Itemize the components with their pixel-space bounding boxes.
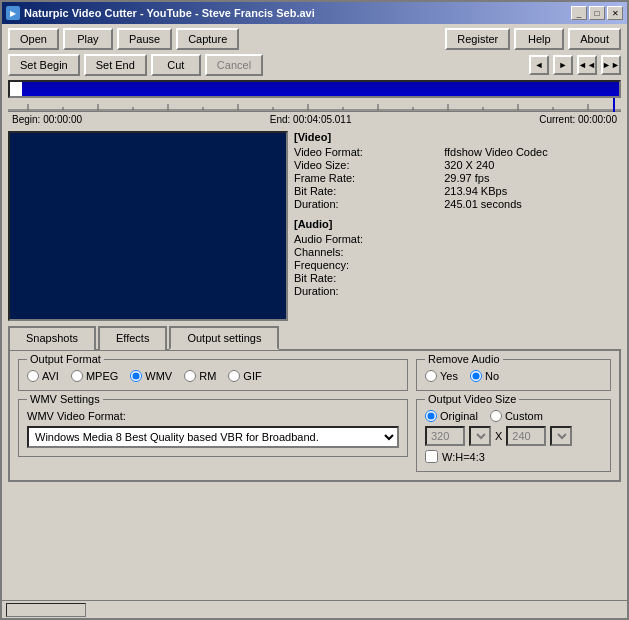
radio-remove-audio-yes[interactable]: Yes [425, 370, 458, 382]
radio-avi[interactable]: AVI [27, 370, 59, 382]
progress-thumb [10, 82, 22, 96]
title-bar: ▶ Naturpic Video Cutter - YouTube - Stev… [2, 2, 627, 24]
window-content: Open Play Pause Capture Register Help Ab… [2, 24, 627, 600]
tabs-row: Snapshots Effects Output settings [8, 325, 621, 351]
help-button[interactable]: Help [514, 28, 564, 50]
progress-area: Begin: 00:00:00 End: 00:04:05.011 Curren… [8, 80, 621, 127]
toolbar-row-2: Set Begin Set End Cut Cancel ◄ ► ◄◄ ►► [8, 54, 621, 76]
audio-bit-rate-label: Bit Rate: [294, 272, 488, 284]
tab-output-settings[interactable]: Output settings [169, 326, 279, 350]
video-size-value: 320 X 240 [444, 159, 621, 171]
prev-fast-button[interactable]: ◄◄ [577, 55, 597, 75]
register-button[interactable]: Register [445, 28, 510, 50]
radio-mpeg[interactable]: MPEG [71, 370, 118, 382]
set-begin-button[interactable]: Set Begin [8, 54, 80, 76]
tab-snapshots[interactable]: Snapshots [8, 326, 96, 350]
duration-value: 245.01 seconds [444, 198, 621, 210]
cancel-button[interactable]: Cancel [205, 54, 263, 76]
radio-original[interactable]: Original [425, 410, 478, 422]
end-time: End: 00:04:05.011 [270, 114, 352, 125]
height-dropdown: ▼ [550, 426, 572, 446]
play-button[interactable]: Play [63, 28, 113, 50]
bit-rate-value: 213.94 KBps [444, 185, 621, 197]
next-fast-button[interactable]: ►► [601, 55, 621, 75]
open-button[interactable]: Open [8, 28, 59, 50]
set-end-button[interactable]: Set End [84, 54, 147, 76]
maximize-button[interactable]: □ [589, 6, 605, 20]
size-inputs: ▼ X ▼ [425, 426, 602, 446]
remove-audio-title: Remove Audio [425, 353, 503, 365]
output-size-content: Original Custom ▼ [425, 410, 602, 463]
begin-time: Begin: 00:00:00 [12, 114, 82, 125]
channels-label: Channels: [294, 246, 488, 258]
progress-track[interactable] [8, 80, 621, 98]
tab-effects[interactable]: Effects [98, 326, 167, 350]
output-video-size-group: Output Video Size Original Custom [416, 399, 611, 472]
cut-button[interactable]: Cut [151, 54, 201, 76]
status-bar [2, 600, 627, 618]
wmv-format-dropdown[interactable]: Windows Media 8 Best Quality based VBR f… [27, 426, 399, 448]
width-dropdown: ▼ [469, 426, 491, 446]
current-time: Current: 00:00:00 [539, 114, 617, 125]
ratio-label: W:H=4:3 [442, 451, 485, 463]
frame-rate-value: 29.97 fps [444, 172, 621, 184]
frequency-value [496, 259, 621, 271]
frequency-label: Frequency: [294, 259, 488, 271]
remove-audio-group: Remove Audio Yes No [416, 359, 611, 391]
pause-button[interactable]: Pause [117, 28, 172, 50]
audio-duration-value [496, 285, 621, 297]
frame-rate-label: Frame Rate: [294, 172, 436, 184]
timeline-svg [8, 98, 621, 112]
output-format-group: Output Format AVI MPEG [18, 359, 408, 391]
channels-value [496, 246, 621, 258]
output-size-radios: Original Custom [425, 410, 602, 422]
main-area: [Video] Video Format: ffdshow Video Code… [8, 131, 621, 321]
video-info-table: Video Format: ffdshow Video Codec Video … [294, 146, 621, 210]
ratio-checkbox[interactable] [425, 450, 438, 463]
window-title: Naturpic Video Cutter - YouTube - Steve … [24, 7, 315, 19]
output-format-title: Output Format [27, 353, 104, 365]
ratio-checkbox-row: W:H=4:3 [425, 450, 602, 463]
audio-format-label: Audio Format: [294, 233, 488, 245]
next-frame-button[interactable]: ► [553, 55, 573, 75]
title-bar-left: ▶ Naturpic Video Cutter - YouTube - Stev… [6, 6, 315, 20]
remove-audio-radios: Yes No [425, 370, 602, 382]
close-button[interactable]: ✕ [607, 6, 623, 20]
prev-frame-button[interactable]: ◄ [529, 55, 549, 75]
tabs-container: Snapshots Effects Output settings Output… [8, 325, 621, 482]
app-icon: ▶ [6, 6, 20, 20]
main-window: ▶ Naturpic Video Cutter - YouTube - Stev… [0, 0, 629, 620]
tab-content-output: Output Format AVI MPEG [8, 351, 621, 482]
size-separator: X [495, 430, 502, 442]
duration-label: Duration: [294, 198, 436, 210]
radio-wmv[interactable]: WMV [130, 370, 172, 382]
audio-info-table: Audio Format: Channels: Frequency: Bit R… [294, 233, 621, 297]
title-buttons: _ □ ✕ [571, 6, 623, 20]
right-settings: Remove Audio Yes No [416, 359, 611, 472]
wmv-settings-title: WMV Settings [27, 393, 103, 405]
status-text [6, 603, 86, 617]
width-input[interactable] [425, 426, 465, 446]
wmv-settings-group: WMV Settings WMV Video Format: Windows M… [18, 399, 408, 457]
capture-button[interactable]: Capture [176, 28, 239, 50]
left-settings: Output Format AVI MPEG [18, 359, 408, 472]
video-section-title: [Video] [294, 131, 621, 143]
minimize-button[interactable]: _ [571, 6, 587, 20]
info-panel: [Video] Video Format: ffdshow Video Code… [294, 131, 621, 321]
radio-custom[interactable]: Custom [490, 410, 543, 422]
audio-format-value [496, 233, 621, 245]
output-format-radios: AVI MPEG WMV [27, 370, 399, 382]
video-format-value: ffdshow Video Codec [444, 146, 621, 158]
audio-duration-label: Duration: [294, 285, 488, 297]
video-size-label: Video Size: [294, 159, 436, 171]
output-size-title: Output Video Size [425, 393, 519, 405]
audio-section-title: [Audio] [294, 218, 621, 230]
toolbar-row-1: Open Play Pause Capture Register Help Ab… [8, 28, 621, 50]
video-format-label: Video Format: [294, 146, 436, 158]
height-input[interactable] [506, 426, 546, 446]
bit-rate-label: Bit Rate: [294, 185, 436, 197]
radio-remove-audio-no[interactable]: No [470, 370, 499, 382]
radio-gif[interactable]: GIF [228, 370, 261, 382]
about-button[interactable]: About [568, 28, 621, 50]
radio-rm[interactable]: RM [184, 370, 216, 382]
